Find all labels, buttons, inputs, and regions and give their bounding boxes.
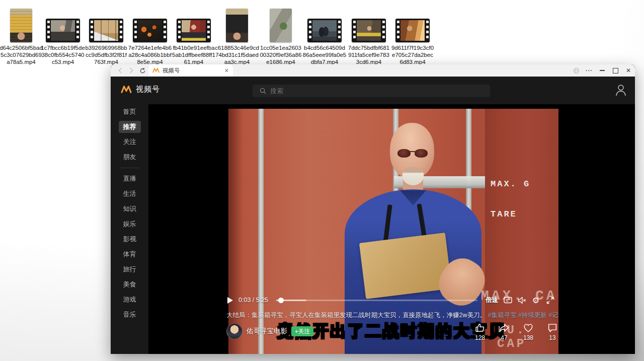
file-name: 1c7fbcc6b19f5de38c0fb554c5740c53.mp4 bbox=[41, 44, 85, 65]
share-button[interactable]: 47 bbox=[496, 322, 512, 341]
comment-count: 13 bbox=[549, 334, 555, 341]
video-caption: 大结局：集装箱寻宝，寻宝人在集装箱里发现二战时期大宝贝，直接原地起飞，净赚2w美… bbox=[226, 311, 558, 320]
desktop-file[interactable]: b4cd56c64509d86a5eee99fa0e5dbfa7.mp4 bbox=[301, 2, 348, 65]
channels-logo-icon bbox=[121, 85, 132, 94]
file-name: c618853c46e9cd74bd31c1f5daedaa3c.mp4 bbox=[215, 44, 259, 65]
desktop-file[interactable]: 7e7264e1efe4b6a28c4a086b1bbf8e5e.mp4 bbox=[126, 2, 174, 65]
search-placeholder: 搜索 bbox=[270, 87, 283, 96]
search-input[interactable]: 搜索 bbox=[253, 85, 490, 97]
time-display: 0:03 / 5:25 bbox=[238, 297, 268, 304]
mute-icon[interactable] bbox=[517, 296, 526, 305]
wechat-channels-window: 视频号 ✕ ··· ✕ 视频号 bbox=[111, 64, 635, 354]
profile-icon[interactable] bbox=[615, 84, 627, 99]
file-name: 9d611f7f19c3cf0e705c27da2bec6d83.mp4 bbox=[390, 44, 435, 65]
clipboard bbox=[359, 233, 452, 299]
video-poster-thumbnail bbox=[10, 9, 32, 42]
sidebar-item-live[interactable]: 直播 bbox=[111, 171, 148, 186]
share-arrow-icon bbox=[499, 322, 510, 333]
favorite-count: 138 bbox=[523, 334, 533, 341]
sidebar-item-home[interactable]: 首页 bbox=[111, 104, 148, 119]
sidebar-item-sports[interactable]: 体育 bbox=[111, 247, 148, 262]
file-name: fb41b0e91eefba5ab1dffbeef88ff161.mp4 bbox=[172, 44, 216, 65]
desktop-file[interactable]: b3926969968bbcc9d5dfb3f2f81f763f.mp4 bbox=[83, 2, 130, 65]
desktop-file[interactable]: 7ddc75bdfbf681911fa5cef9e7833cd6.mp4 bbox=[345, 2, 392, 65]
share-count: 47 bbox=[501, 334, 507, 341]
like-button[interactable]: 128 bbox=[472, 322, 488, 341]
more-menu-button[interactable]: ··· bbox=[583, 64, 596, 77]
desktop-file[interactable]: 9d611f7f19c3cf0e705c27da2bec6d83.mp4 bbox=[389, 2, 436, 65]
action-bar: 128 47 138 13 bbox=[472, 322, 558, 341]
sidebar-item-movies[interactable]: 影视 bbox=[111, 232, 148, 247]
desktop-file[interactable]: 1c7fbcc6b19f5de38c0fb554c5740c53.mp4 bbox=[39, 2, 87, 65]
sunglasses bbox=[397, 149, 428, 158]
title-bar: 视频号 ✕ ··· ✕ bbox=[111, 64, 635, 77]
like-count: 128 bbox=[475, 334, 485, 341]
close-button[interactable]: ✕ bbox=[622, 64, 635, 77]
brand: 视频号 bbox=[121, 85, 160, 94]
video-player[interactable]: MAX. G TARE MAX. CA CU. CAP 竟然开出了二战时期的大宝… bbox=[223, 109, 558, 354]
desktop-file[interactable]: d64c2506bf5bad5c3c07629bd69a78a5.mp4 bbox=[0, 2, 45, 65]
settings-gear-icon[interactable]: ⚙ bbox=[531, 296, 540, 305]
video-poster-thumbnail bbox=[226, 9, 248, 42]
author-row: 佑哥寻宝电影 +关注 bbox=[226, 323, 313, 339]
channels-logo-icon bbox=[152, 67, 159, 74]
film-strip-thumbnail bbox=[133, 19, 167, 42]
favorite-button[interactable]: 138 bbox=[520, 322, 536, 341]
browser-tab[interactable]: 视频号 ✕ bbox=[148, 64, 233, 77]
sidebar-item-following[interactable]: 关注 bbox=[111, 134, 148, 150]
heart-icon bbox=[523, 322, 534, 333]
sidebar-item-food[interactable]: 美食 bbox=[111, 277, 148, 292]
file-name: 7e7264e1efe4b6a28c4a086b1bbf8e5e.mp4 bbox=[128, 44, 172, 65]
sidebar: 首页 推荐 关注 朋友 直播 生活 知识 娱乐 影视 体育 旅行 美食 游戏 音… bbox=[111, 104, 148, 354]
file-name: b3926969968bbcc9d5dfb3f2f81f763f.mp4 bbox=[84, 44, 128, 65]
sidebar-item-knowledge[interactable]: 知识 bbox=[111, 201, 148, 216]
container-marking-text: MAX. G bbox=[491, 179, 530, 189]
refresh-button[interactable] bbox=[137, 67, 148, 74]
film-strip-thumbnail bbox=[395, 19, 430, 42]
search-icon bbox=[260, 88, 266, 94]
sidebar-item-music[interactable]: 音乐 bbox=[111, 307, 148, 322]
danmaku-toggle-icon[interactable] bbox=[503, 296, 512, 305]
sidebar-item-travel[interactable]: 旅行 bbox=[111, 262, 148, 277]
file-name: b4cd56c64509d86a5eee99fa0e5dbfa7.mp4 bbox=[302, 44, 347, 65]
app-content: 视频号 搜索 首页 推荐 关注 朋友 直播 生活 知识 娱乐 影视 体育 bbox=[111, 77, 635, 354]
minimize-button[interactable] bbox=[596, 64, 609, 77]
film-strip-thumbnail bbox=[177, 19, 211, 42]
container-marking-text: TARE bbox=[491, 209, 517, 219]
hashtags[interactable]: #集箱寻宝 #持续更新 #记录片 bbox=[488, 312, 558, 319]
sidebar-item-friends[interactable]: 朋友 bbox=[111, 150, 148, 165]
author-avatar[interactable] bbox=[226, 323, 243, 339]
follow-button[interactable]: +关注 bbox=[291, 326, 313, 336]
globe-icon[interactable] bbox=[570, 64, 583, 77]
maximize-button[interactable] bbox=[609, 64, 622, 77]
file-name: 1cc05e1ea260300320f9ef36a86e1686.mp4 bbox=[259, 44, 303, 65]
sidebar-item-life[interactable]: 生活 bbox=[111, 186, 148, 201]
video-poster-thumbnail bbox=[270, 9, 292, 42]
fullscreen-icon[interactable] bbox=[545, 296, 554, 305]
file-name: 7ddc75bdfbf681911fa5cef9e7833cd6.mp4 bbox=[347, 44, 391, 65]
forward-button[interactable] bbox=[126, 67, 137, 74]
progress-thumb[interactable] bbox=[278, 298, 284, 303]
progress-bar[interactable] bbox=[276, 297, 477, 304]
comment-button[interactable]: 13 bbox=[544, 322, 558, 341]
desktop-file[interactable]: fb41b0e91eefba5ab1dffbeef88ff161.mp4 bbox=[170, 2, 217, 65]
playback-speed-button[interactable]: 倍速 bbox=[486, 296, 498, 305]
desktop-file[interactable]: c618853c46e9cd74bd31c1f5daedaa3c.mp4 bbox=[213, 2, 261, 65]
film-strip-thumbnail bbox=[89, 19, 123, 42]
author-name[interactable]: 佑哥寻宝电影 bbox=[247, 327, 287, 336]
sidebar-item-games[interactable]: 游戏 bbox=[111, 292, 148, 307]
tab-close-icon[interactable]: ✕ bbox=[224, 67, 229, 74]
file-name: d64c2506bf5bad5c3c07629bd69a78a5.mp4 bbox=[0, 44, 43, 65]
film-strip-thumbnail bbox=[352, 19, 386, 42]
sidebar-item-entertainment[interactable]: 娱乐 bbox=[111, 216, 148, 232]
player-controls: 0:03 / 5:25 倍速 ⚙ bbox=[223, 294, 558, 306]
sidebar-item-recommended[interactable]: 推荐 bbox=[111, 119, 148, 134]
person-beard bbox=[403, 167, 424, 185]
play-button[interactable] bbox=[227, 297, 233, 304]
film-strip-thumbnail bbox=[307, 19, 342, 42]
app-header: 视频号 搜索 bbox=[111, 77, 635, 104]
back-button[interactable] bbox=[115, 67, 126, 74]
comment-bubble-icon bbox=[547, 322, 558, 333]
tab-title: 视频号 bbox=[163, 67, 224, 75]
desktop-file[interactable]: 1cc05e1ea260300320f9ef36a86e1686.mp4 bbox=[257, 2, 304, 65]
